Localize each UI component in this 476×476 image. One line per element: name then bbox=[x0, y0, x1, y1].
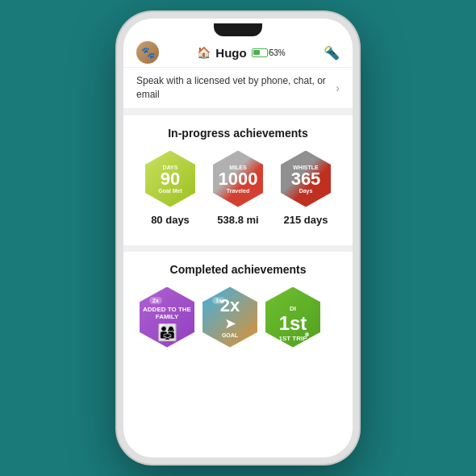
completed-badge-family[interactable]: 2x ADDED TO THE FAMILY 👨‍👩‍👧 bbox=[140, 287, 194, 348]
badge-wrapper-1: Days 90 Goal Met 80 days bbox=[145, 151, 195, 226]
badge-3-bottom: Days bbox=[299, 188, 313, 194]
badge-3-value: 215 days bbox=[284, 214, 328, 226]
comp-badge-2-multiplier: 3x bbox=[212, 297, 225, 304]
phone-frame: 🐾 🏠 Hugo 53% 🔦 Speak with a licensed vet… bbox=[117, 12, 359, 464]
comp-badge-3-number: 1st bbox=[279, 312, 307, 335]
home-icon: 🏠 bbox=[197, 46, 211, 59]
notch bbox=[214, 23, 262, 36]
vet-banner-text: Speak with a licensed vet by phone, chat… bbox=[136, 74, 329, 102]
status-bar: 🐾 🏠 Hugo 53% 🔦 bbox=[123, 40, 353, 67]
comp-hex-green-shape: di 1st 1st TRIP bbox=[265, 287, 320, 348]
vet-banner[interactable]: Speak with a licensed vet by phone, chat… bbox=[123, 67, 353, 109]
status-left: 🐾 bbox=[136, 41, 159, 64]
comp-badge-1-multiplier: 2x bbox=[149, 297, 162, 304]
hex-gray-dark-red-shape: Whistle 365 Days bbox=[281, 151, 331, 207]
avatar[interactable]: 🐾 bbox=[136, 41, 159, 64]
completed-badges-row: 2x ADDED TO THE FAMILY 👨‍👩‍👧 3x 2x ➤ GOA… bbox=[136, 287, 340, 348]
comp-badge-2-label: GOAL bbox=[222, 332, 238, 338]
completed-title: Completed achievements bbox=[136, 263, 340, 276]
hex-green-shape: Days 90 Goal Met bbox=[145, 151, 195, 207]
in-progress-title: In-progress achievements bbox=[136, 127, 340, 140]
badge-whistle-365: Whistle 365 Days bbox=[281, 151, 331, 207]
badge-1-number: 90 bbox=[161, 170, 180, 188]
battery-fill bbox=[253, 50, 260, 55]
arrow-icon: ➤ bbox=[224, 315, 236, 332]
badge-2-bottom: Traveled bbox=[227, 188, 249, 194]
section-divider-1 bbox=[123, 109, 353, 115]
battery-container: 53% bbox=[252, 48, 286, 57]
battery-percent: 53% bbox=[269, 48, 286, 57]
hex-gray-red-shape: Miles 1000 Traveled bbox=[213, 151, 263, 207]
in-progress-section: In-progress achievements Days 90 Goal Me… bbox=[123, 115, 353, 245]
badge-2-number: 1000 bbox=[219, 170, 258, 188]
comp-badge-1-label: ADDED TO THE FAMILY bbox=[140, 306, 194, 321]
user-name: Hugo bbox=[215, 46, 246, 60]
badge-1-value: 80 days bbox=[151, 214, 190, 226]
comp-hex-purple-shape: 2x ADDED TO THE FAMILY 👨‍👩‍👧 bbox=[140, 287, 194, 348]
notch-area bbox=[123, 19, 353, 40]
dot-indicator bbox=[305, 332, 309, 336]
badge-1-bottom: Goal Met bbox=[158, 188, 182, 194]
comp-hex-blue-orange-shape: 3x 2x ➤ GOAL bbox=[203, 287, 257, 348]
completed-badge-trip[interactable]: di 1st 1st TRIP bbox=[265, 287, 320, 348]
badge-2-value: 538.8 mi bbox=[217, 214, 258, 226]
badge-3-number: 365 bbox=[291, 170, 321, 188]
flashlight-icon[interactable]: 🔦 bbox=[324, 45, 340, 61]
status-right: 🔦 bbox=[324, 45, 340, 61]
badge-wrapper-2: Miles 1000 Traveled 538.8 mi bbox=[213, 151, 263, 226]
badge-days-90: Days 90 Goal Met bbox=[145, 151, 195, 207]
completed-section: Completed achievements 2x ADDED TO THE F… bbox=[123, 252, 353, 359]
completed-badge-goal[interactable]: 3x 2x ➤ GOAL bbox=[203, 287, 257, 348]
badge-wrapper-3: Whistle 365 Days 215 days bbox=[281, 151, 331, 226]
comp-badge-3-di: di bbox=[290, 305, 296, 312]
chevron-right-icon: › bbox=[336, 81, 340, 94]
section-divider-2 bbox=[123, 245, 353, 252]
in-progress-badges-row: Days 90 Goal Met 80 days Miles 1000 Trav… bbox=[136, 151, 340, 226]
badge-miles-1000: Miles 1000 Traveled bbox=[213, 151, 263, 207]
status-center: 🏠 Hugo 53% bbox=[197, 46, 285, 60]
comp-badge-3-label: 1st TRIP bbox=[278, 335, 307, 342]
phone-screen: 🐾 🏠 Hugo 53% 🔦 Speak with a licensed vet… bbox=[123, 19, 353, 457]
people-icon: 👨‍👩‍👧 bbox=[157, 323, 177, 342]
battery-icon bbox=[252, 48, 268, 57]
